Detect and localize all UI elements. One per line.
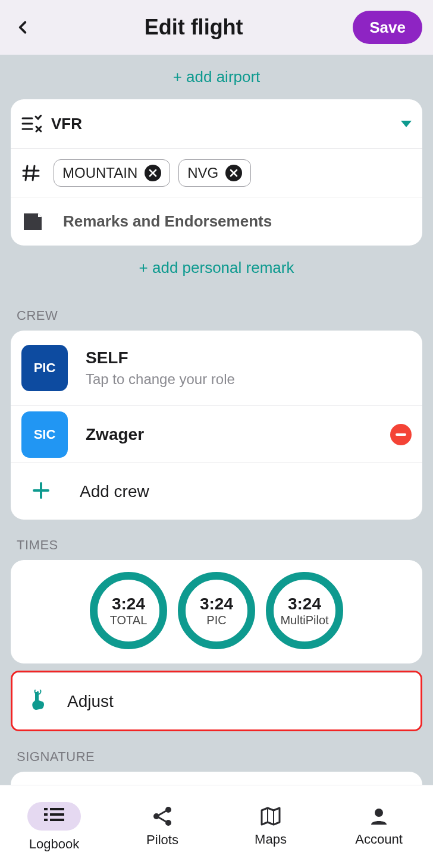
tab-label: Account	[355, 832, 403, 847]
tag-label: MOUNTAIN	[62, 165, 137, 181]
crew-name: Zwager	[86, 425, 144, 444]
rules-icon	[21, 115, 51, 133]
time-ring-pic[interactable]: 3:24 PIC	[178, 572, 255, 649]
svg-point-27	[165, 820, 171, 826]
time-value: 3:24	[288, 595, 321, 614]
svg-rect-21	[44, 819, 48, 821]
time-value: 3:24	[200, 595, 233, 614]
tags-row[interactable]: MOUNTAIN NVG	[11, 148, 422, 197]
sign-record-row[interactable]: Sign record	[11, 772, 422, 785]
tab-label: Logbook	[29, 836, 79, 852]
tab-label: Maps	[255, 832, 287, 847]
adjust-row[interactable]: Adjust	[12, 672, 421, 729]
times-section-label: TIMES	[0, 520, 433, 560]
chevron-left-icon	[15, 17, 30, 38]
time-value: 3:24	[112, 595, 145, 614]
add-crew-label: Add crew	[80, 482, 149, 501]
time-ring-total[interactable]: 3:24 TOTAL	[90, 572, 167, 649]
remarks-row[interactable]: Remarks and Endorsements	[11, 197, 422, 246]
svg-point-25	[165, 807, 171, 813]
tag-chip: NVG	[178, 159, 251, 187]
map-icon	[261, 807, 281, 826]
remove-crew-button[interactable]	[390, 424, 412, 445]
svg-line-5	[26, 166, 27, 180]
svg-point-26	[153, 813, 159, 819]
touch-icon	[29, 690, 47, 713]
share-icon	[152, 806, 172, 826]
header: Edit flight Save	[0, 0, 433, 55]
time-label: TOTAL	[110, 614, 148, 627]
time-rings: 3:24 TOTAL 3:24 PIC 3:24 MultiPilot	[11, 568, 422, 655]
crew-name: SELF	[86, 348, 235, 367]
time-label: MultiPilot	[280, 614, 328, 627]
adjust-label: Adjust	[67, 692, 114, 711]
svg-rect-19	[44, 808, 48, 810]
svg-point-32	[375, 809, 383, 817]
role-badge: PIC	[21, 345, 68, 391]
crew-row-self[interactable]: PIC SELF Tap to change your role	[11, 331, 422, 405]
tab-account[interactable]: Account	[325, 785, 433, 868]
crew-card: PIC SELF Tap to change your role SIC Zwa…	[11, 331, 422, 520]
crew-subtitle: Tap to change your role	[86, 371, 235, 388]
svg-rect-20	[44, 813, 48, 816]
tab-logbook[interactable]: Logbook	[0, 785, 108, 868]
add-crew-row[interactable]: Add crew	[11, 463, 422, 520]
svg-line-29	[159, 817, 166, 822]
tab-bar: Logbook Pilots Maps Account	[0, 785, 433, 868]
svg-rect-23	[50, 813, 64, 816]
flight-rules-value: VFR	[51, 115, 82, 133]
svg-rect-24	[50, 819, 64, 821]
adjust-highlight: Adjust	[11, 671, 422, 731]
svg-rect-13	[396, 433, 406, 436]
list-icon	[44, 807, 64, 822]
tag-remove-button[interactable]	[225, 165, 242, 181]
dropdown-chevron-icon	[401, 121, 412, 127]
plus-icon	[32, 482, 50, 502]
tag-label: NVG	[187, 165, 218, 181]
crew-row[interactable]: SIC Zwager	[11, 405, 422, 463]
content: + add airport VFR MOUNTAIN NVG	[0, 55, 433, 785]
remarks-label: Remarks and Endorsements	[63, 212, 272, 231]
svg-line-28	[159, 811, 166, 815]
note-icon	[21, 212, 51, 231]
time-ring-multipilot[interactable]: 3:24 MultiPilot	[266, 572, 343, 649]
signature-section-label: SIGNATURE	[0, 731, 433, 772]
signature-card: Sign record	[11, 772, 422, 785]
add-personal-remark-link[interactable]: + add personal remark	[0, 246, 433, 290]
tag-chip: MOUNTAIN	[54, 159, 170, 187]
svg-rect-22	[50, 808, 64, 810]
person-icon	[369, 807, 388, 826]
tag-remove-button[interactable]	[145, 165, 161, 181]
hash-icon	[21, 163, 51, 183]
time-label: PIC	[206, 614, 226, 627]
role-badge: SIC	[21, 411, 68, 458]
save-button[interactable]: Save	[353, 11, 422, 44]
flight-rules-row[interactable]: VFR	[11, 99, 422, 148]
tab-label: Pilots	[146, 832, 178, 848]
flight-details-card: VFR MOUNTAIN NVG	[11, 99, 422, 246]
page-title: Edit flight	[145, 15, 243, 40]
add-airport-link[interactable]: + add airport	[0, 55, 433, 99]
crew-section-label: CREW	[0, 290, 433, 331]
times-card: 3:24 TOTAL 3:24 PIC 3:24 MultiPilot	[11, 560, 422, 663]
tab-pilots[interactable]: Pilots	[108, 785, 216, 868]
tab-maps[interactable]: Maps	[216, 785, 325, 868]
back-button[interactable]	[11, 15, 34, 39]
svg-line-6	[33, 166, 34, 180]
